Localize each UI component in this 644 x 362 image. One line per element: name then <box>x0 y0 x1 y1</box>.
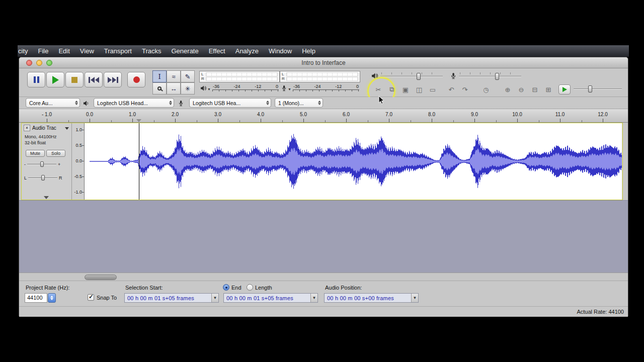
timer-icon[interactable]: ◷ <box>480 84 492 95</box>
slider-thumb[interactable] <box>417 73 421 80</box>
timeline-label: - 1.0 <box>42 112 52 117</box>
slider-thumb[interactable] <box>41 175 45 180</box>
fit-selection-icon[interactable]: ⊟ <box>529 84 540 95</box>
play-button[interactable] <box>46 72 64 87</box>
menu-item-effect[interactable]: Effect <box>204 45 230 57</box>
mute-button[interactable]: Mute <box>26 150 45 157</box>
stop-icon <box>71 77 77 83</box>
menu-item-help[interactable]: Help <box>297 45 320 57</box>
zoom-out-icon[interactable]: ⊖ <box>516 84 527 95</box>
recording-meter[interactable]: L R ▼ -36-24-120 <box>280 71 360 94</box>
length-radio[interactable] <box>247 284 253 291</box>
vruler-label: 0.0 <box>75 158 82 163</box>
project-rate-value[interactable]: 44100 <box>25 293 47 303</box>
meter-track <box>206 77 278 81</box>
video-frame: cityFileEditViewTransportTracksGenerateE… <box>18 45 629 317</box>
track-collapse-button[interactable] <box>44 196 49 199</box>
slider-groove <box>380 76 443 77</box>
meter-scale-numbers: -36-24-120 <box>212 84 279 89</box>
waveform[interactable] <box>85 123 622 200</box>
redo-icon[interactable]: ↷ <box>459 84 470 95</box>
timeshift-tool[interactable]: ↔ <box>167 82 181 95</box>
envelope-tool[interactable]: ≈ <box>167 70 181 82</box>
slider-thumb[interactable] <box>40 161 44 167</box>
length-radio-label[interactable]: Length <box>255 285 272 291</box>
selection-start-field[interactable]: 00 h 00 m 01 s+05 frames ▼ <box>124 293 219 303</box>
timeline-ruler[interactable]: - 1.00.01.02.03.04.05.06.07.08.09.010.01… <box>19 109 628 123</box>
recording-device-value: Logitech USB Hea... <box>193 100 240 106</box>
menu-item-generate[interactable]: Generate <box>167 45 204 57</box>
playback-speed-slider[interactable] <box>574 83 622 94</box>
skip-to-end-button[interactable] <box>104 72 122 87</box>
draw-tool[interactable]: ✎ <box>181 70 195 82</box>
menu-item-tracks[interactable]: Tracks <box>137 45 167 57</box>
playback-meter[interactable]: L R ▼ -36-24-120 <box>199 71 280 94</box>
fit-project-icon[interactable]: ⊞ <box>543 84 554 95</box>
audio-position-field[interactable]: 00 h 00 m 00 s+00 frames ▼ <box>324 293 419 303</box>
playback-device-value: Logitech USB Head... <box>97 100 148 106</box>
pan-left-label: L <box>24 175 27 180</box>
menu-item-transport[interactable]: Transport <box>99 45 137 57</box>
menu-item-city[interactable]: city <box>18 45 33 57</box>
audio-position-value[interactable]: 00 h 00 m 00 s+00 frames <box>325 295 411 301</box>
menu-item-view[interactable]: View <box>75 45 99 57</box>
recording-device-select[interactable]: Logitech USB Hea... <box>189 98 271 108</box>
multi-tool[interactable]: ✳ <box>181 82 195 95</box>
zoom-tool[interactable] <box>152 82 167 95</box>
slider-thumb[interactable] <box>495 73 499 80</box>
gain-slider[interactable] <box>27 161 56 168</box>
silence-icon[interactable]: ▭ <box>427 84 438 95</box>
selection-end-value[interactable]: 00 h 00 m 01 s+05 frames <box>224 295 310 301</box>
meter-dropdown-arrow-icon[interactable]: ▼ <box>207 87 211 91</box>
menu-item-analyze[interactable]: Analyze <box>230 45 264 57</box>
meter-right-label: R <box>201 77 204 81</box>
project-rate-stepper[interactable] <box>48 293 56 303</box>
record-button[interactable] <box>127 72 145 87</box>
device-toolbar: Core Au... Logitech USB Head... Logitech… <box>19 97 628 109</box>
recording-channels-select[interactable]: 1 (Mono)... <box>275 98 323 108</box>
snap-to-checkbox[interactable] <box>88 294 94 301</box>
audio-host-select[interactable]: Core Au... <box>26 98 80 108</box>
title-bar[interactable]: Intro to Interface <box>19 57 628 68</box>
timefield-dropdown-icon[interactable]: ▼ <box>211 294 218 302</box>
copy-icon[interactable]: ⧉ <box>386 84 397 95</box>
scrollbar-thumb[interactable] <box>85 275 117 280</box>
slider-thumb[interactable] <box>588 85 592 93</box>
meter-dropdown-arrow-icon[interactable]: ▼ <box>288 87 291 91</box>
actual-rate-label: Actual Rate: 44100 <box>577 309 624 315</box>
timefield-dropdown-icon[interactable]: ▼ <box>310 294 317 302</box>
menu-item-file[interactable]: File <box>33 45 54 57</box>
track-menu-arrow-icon[interactable] <box>65 127 69 130</box>
end-radio-label[interactable]: End <box>231 285 242 291</box>
output-volume-slider[interactable] <box>380 71 443 81</box>
skip-to-start-button[interactable] <box>85 72 103 87</box>
zoom-in-icon[interactable]: ⊕ <box>502 84 513 95</box>
record-icon <box>133 76 140 83</box>
horizontal-scrollbar[interactable] <box>19 273 628 281</box>
stop-button[interactable] <box>65 72 84 87</box>
undo-icon[interactable]: ↶ <box>446 84 457 95</box>
selection-tool[interactable]: I <box>152 70 167 82</box>
solo-button[interactable]: Solo <box>46 150 65 157</box>
magnifier-icon <box>157 86 162 90</box>
end-radio[interactable] <box>223 284 229 291</box>
meter-right-label: R <box>282 77 285 81</box>
track-close-button[interactable]: × <box>24 125 30 131</box>
playhead-marker-icon <box>136 119 141 122</box>
pan-slider[interactable] <box>28 174 57 182</box>
menu-item-edit[interactable]: Edit <box>53 45 74 57</box>
cut-icon[interactable]: ✂ <box>373 84 384 95</box>
playback-device-select[interactable]: Logitech USB Head... <box>94 98 174 108</box>
pause-button[interactable] <box>27 72 45 87</box>
timefield-dropdown-icon[interactable]: ▼ <box>411 294 418 302</box>
input-volume-slider[interactable] <box>459 71 521 81</box>
paste-icon[interactable]: ▣ <box>400 84 411 95</box>
trim-icon[interactable]: ◫ <box>414 84 425 95</box>
track-name[interactable]: Audio Trac <box>32 125 56 131</box>
vertical-ruler[interactable]: 1.00.50.0-0.5-1.0 <box>72 123 85 200</box>
input-volume-icon <box>450 72 457 79</box>
play-at-speed-button[interactable] <box>558 84 571 95</box>
selection-end-field[interactable]: 00 h 00 m 01 s+05 frames ▼ <box>223 293 318 303</box>
menu-item-window[interactable]: Window <box>264 45 297 57</box>
selection-start-value[interactable]: 00 h 00 m 01 s+05 frames <box>125 295 211 301</box>
